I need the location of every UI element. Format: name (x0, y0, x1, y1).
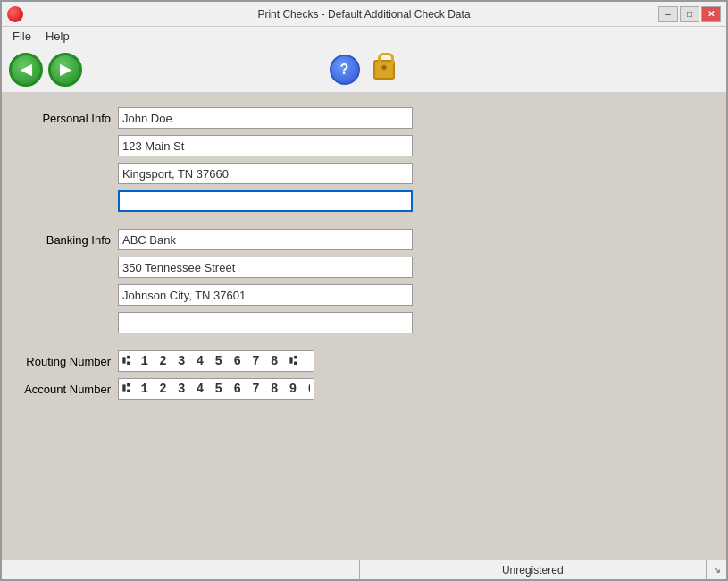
app-icon (7, 6, 23, 22)
account-number-row: Account Number (20, 378, 708, 400)
address1-row (20, 135, 708, 156)
toolbar-nav: ◀ ▶ (9, 53, 82, 87)
form-section: Personal Info Banking Info (20, 107, 708, 402)
next-icon: ▶ (60, 61, 71, 78)
lock-button[interactable] (369, 55, 399, 85)
menu-file[interactable]: File (5, 28, 38, 45)
address3-row (20, 190, 708, 212)
address2-row (20, 163, 708, 184)
section-gap-1 (20, 218, 708, 225)
address1-input[interactable] (118, 135, 413, 156)
address3-input[interactable] (118, 190, 413, 212)
account-number-label: Account Number (20, 383, 118, 396)
title-bar-left (7, 6, 29, 22)
bank-address1-row (20, 257, 708, 278)
banking-info-row: Banking Info (20, 229, 708, 250)
toolbar: ◀ ▶ ? (2, 46, 726, 93)
bank-address3-input[interactable] (118, 312, 413, 333)
bank-address2-row (20, 284, 708, 306)
banking-info-label: Banking Info (20, 233, 118, 247)
status-right: ↘ (707, 560, 726, 579)
close-button[interactable]: ✕ (701, 6, 721, 22)
personal-info-row: Personal Info (20, 107, 708, 129)
help-button[interactable]: ? (330, 55, 360, 85)
window-controls: – □ ✕ (658, 6, 721, 22)
bank-address2-input[interactable] (118, 284, 413, 306)
bank-address1-input[interactable] (118, 257, 413, 278)
window-title: Print Checks - Default Additional Check … (0, 8, 728, 21)
status-bar: Unregistered ↘ (2, 560, 726, 579)
bank-address3-row (20, 312, 708, 333)
menu-bar: File Help (2, 27, 726, 46)
main-content: Personal Info Banking Info (2, 93, 726, 560)
status-left (2, 560, 360, 579)
title-bar: Print Checks - Default Additional Check … (2, 2, 726, 27)
lock-icon (373, 60, 395, 80)
account-number-input[interactable] (118, 378, 314, 400)
toolbar-center: ? (2, 55, 726, 85)
help-icon: ? (340, 62, 349, 78)
routing-number-label: Routing Number (20, 355, 118, 368)
status-center: Unregistered (360, 560, 707, 579)
routing-number-input[interactable] (118, 350, 314, 372)
address2-input[interactable] (118, 163, 413, 184)
minimize-button[interactable]: – (658, 6, 678, 22)
prev-icon: ◀ (21, 61, 31, 78)
prev-button[interactable]: ◀ (9, 53, 43, 87)
menu-help[interactable]: Help (38, 28, 77, 45)
maximize-button[interactable]: □ (680, 6, 699, 22)
bank-name-input[interactable] (118, 229, 413, 250)
section-gap-2 (20, 340, 708, 347)
routing-number-row: Routing Number (20, 350, 708, 372)
next-button[interactable]: ▶ (48, 53, 82, 87)
name-input[interactable] (118, 107, 413, 129)
personal-info-label: Personal Info (20, 112, 118, 125)
